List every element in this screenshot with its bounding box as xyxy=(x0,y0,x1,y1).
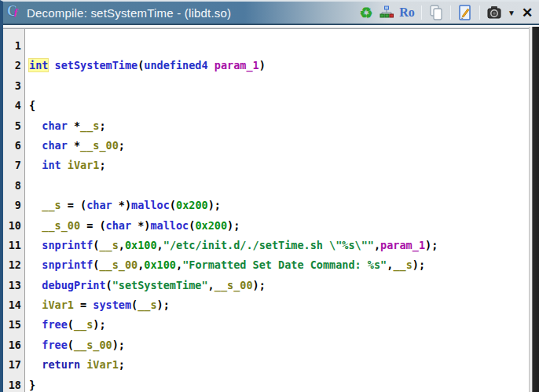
token-type[interactable]: char xyxy=(106,219,132,232)
code-text[interactable]: __s_00 = (char *)malloc(0x200); xyxy=(25,216,240,236)
token-variable[interactable]: iVar1 xyxy=(86,358,119,371)
token-string[interactable]: "Formatted Set Date Command: %s" xyxy=(182,258,387,271)
token-const[interactable]: 0x200 xyxy=(176,199,208,211)
token-plain[interactable] xyxy=(29,299,42,311)
token-variable[interactable]: __s_00 xyxy=(74,339,112,351)
code-text[interactable]: return iVar1; xyxy=(25,355,125,375)
token-variable[interactable]: __s xyxy=(138,299,156,311)
token-plain[interactable]: , xyxy=(119,239,125,251)
token-plain[interactable]: ( xyxy=(68,339,74,351)
token-plain[interactable] xyxy=(29,258,42,271)
code-text[interactable]: snprintf(__s_00,0x100,"Formatted Set Dat… xyxy=(25,255,425,275)
token-plain[interactable] xyxy=(48,59,54,71)
token-plain[interactable] xyxy=(29,219,42,232)
token-plain[interactable]: ( xyxy=(131,299,138,311)
token-plain[interactable]: ); xyxy=(425,239,438,251)
token-function[interactable]: snprintf xyxy=(42,239,93,251)
token-plain[interactable]: ; xyxy=(119,139,125,152)
graph-ast-icon[interactable] xyxy=(378,4,395,21)
token-plain[interactable]: ); xyxy=(112,339,125,351)
close-icon[interactable]: ✕ xyxy=(520,4,534,21)
token-function[interactable]: setSystemTime xyxy=(55,59,138,71)
token-plain[interactable]: = xyxy=(74,299,93,311)
snapshot-camera-icon[interactable] xyxy=(486,4,503,21)
token-plain[interactable]: , xyxy=(374,239,380,251)
token-plain[interactable] xyxy=(29,239,42,251)
token-plain[interactable]: *) xyxy=(112,199,131,211)
token-param[interactable]: param_1 xyxy=(380,239,425,251)
token-plain[interactable]: * xyxy=(68,139,80,152)
token-plain[interactable]: ( xyxy=(106,279,112,291)
copy-icon[interactable] xyxy=(427,4,445,21)
token-plain[interactable] xyxy=(29,339,42,351)
token-plain[interactable]: { xyxy=(29,99,35,112)
token-const[interactable]: 0x100 xyxy=(125,239,157,251)
token-variable[interactable]: __s_00 xyxy=(42,219,80,232)
token-plain[interactable]: ; xyxy=(99,159,105,171)
token-plain[interactable] xyxy=(29,119,42,132)
dropdown-arrow-icon[interactable]: ▼ xyxy=(506,4,517,21)
token-plain[interactable] xyxy=(29,159,42,171)
token-string[interactable]: "setSystemTime" xyxy=(112,279,208,291)
token-plain[interactable] xyxy=(80,358,86,371)
code-text[interactable]: int setSystemTime(undefined4 param_1) xyxy=(25,56,266,75)
token-plain[interactable]: ); xyxy=(227,219,240,232)
code-text[interactable]: iVar1 = system(__s); xyxy=(25,295,170,315)
redecompile-icon[interactable]: ♻ xyxy=(358,4,375,21)
token-type[interactable]: undefined4 xyxy=(144,59,207,71)
code-text[interactable] xyxy=(25,36,29,56)
token-plain[interactable]: ); xyxy=(157,299,170,311)
token-variable[interactable]: __s xyxy=(80,119,99,132)
token-function[interactable]: snprintf xyxy=(42,258,93,271)
token-plain[interactable]: , xyxy=(176,258,182,271)
token-plain[interactable]: *) xyxy=(131,219,150,232)
token-string[interactable]: "/etc/init.d/./setTime.sh \"%s\"" xyxy=(163,239,374,251)
token-plain[interactable]: , xyxy=(157,239,163,251)
token-plain[interactable]: ; xyxy=(99,119,105,132)
token-param[interactable]: param_1 xyxy=(214,59,259,71)
token-variable[interactable]: __s_00 xyxy=(80,139,119,152)
token-plain[interactable]: , xyxy=(208,279,214,291)
token-variable[interactable]: __s_00 xyxy=(214,279,253,291)
token-variable[interactable]: __s xyxy=(99,239,118,251)
token-plain[interactable]: ); xyxy=(253,279,266,291)
token-plain[interactable]: } xyxy=(29,379,35,391)
token-const[interactable]: 0x200 xyxy=(195,219,227,232)
token-plain[interactable] xyxy=(29,358,42,371)
titlebar[interactable]: C ƒ Decompile: setSystemTime - (libdt.so… xyxy=(3,2,539,25)
code-text[interactable]: { xyxy=(25,96,35,115)
token-type[interactable]: char xyxy=(42,119,68,132)
code-text[interactable]: free(__s); xyxy=(25,315,106,335)
code-text[interactable]: char *__s_00; xyxy=(25,136,125,156)
token-variable[interactable]: __s xyxy=(42,199,60,211)
token-plain[interactable] xyxy=(29,318,42,331)
code-text[interactable] xyxy=(25,176,29,196)
code-text[interactable]: debugPrint("setSystemTime",__s_00); xyxy=(25,276,266,295)
token-plain[interactable]: * xyxy=(68,119,80,132)
token-function[interactable]: malloc xyxy=(131,199,170,211)
token-variable[interactable]: __s xyxy=(74,318,93,331)
token-plain[interactable]: = ( xyxy=(80,219,106,232)
token-keyword[interactable]: return xyxy=(42,358,80,371)
token-plain[interactable]: ; xyxy=(119,358,125,371)
token-plain[interactable]: = ( xyxy=(61,199,87,211)
token-function[interactable]: debugPrint xyxy=(42,279,105,291)
token-function[interactable]: free xyxy=(42,318,68,331)
code-text[interactable]: snprintf(__s,0x100,"/etc/init.d/./setTim… xyxy=(25,236,438,255)
token-const[interactable]: 0x100 xyxy=(144,258,176,271)
token-function[interactable]: malloc xyxy=(150,219,189,232)
token-variable[interactable]: iVar1 xyxy=(68,159,100,171)
token-function[interactable]: free xyxy=(42,339,68,351)
token-plain[interactable] xyxy=(29,279,42,291)
code-text[interactable]: } xyxy=(25,376,35,392)
code-text[interactable]: int iVar1; xyxy=(25,156,106,175)
token-variable[interactable]: __s_00 xyxy=(99,258,138,271)
token-variable[interactable]: iVar1 xyxy=(42,299,74,311)
token-plain[interactable]: ); xyxy=(412,258,425,271)
token-function[interactable]: system xyxy=(93,299,131,311)
code-text[interactable]: char *__s; xyxy=(25,116,106,136)
token-plain[interactable] xyxy=(29,199,42,211)
token-type[interactable]: char xyxy=(42,139,68,152)
token-plain[interactable] xyxy=(61,159,68,171)
export-edit-icon[interactable] xyxy=(456,4,474,21)
